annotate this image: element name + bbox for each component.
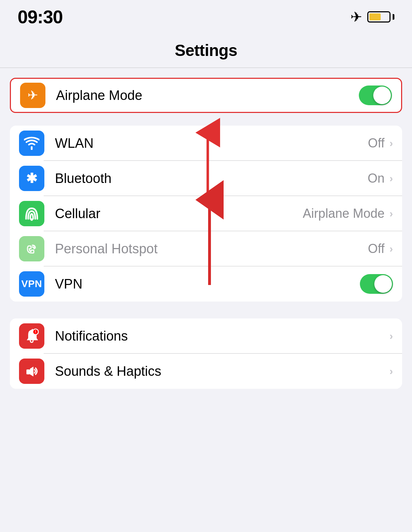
sounds-row[interactable]: Sounds & Haptics › — [10, 354, 402, 389]
wlan-row[interactable]: WLAN Off › — [10, 126, 402, 161]
airplane-mode-icon: ✈ — [350, 9, 362, 25]
cellular-chevron: › — [389, 208, 393, 220]
airplane-icon: ✈ — [27, 88, 38, 103]
notifications-icon: ! — [25, 328, 39, 344]
status-time: 09:30 — [18, 6, 63, 27]
wlan-icon-bg — [19, 131, 44, 156]
toggle-knob — [373, 87, 391, 104]
sounds-icon — [24, 364, 39, 379]
sounds-chevron: › — [389, 365, 393, 377]
vpn-icon-text: VPN — [21, 278, 42, 290]
svg-text:!: ! — [35, 330, 36, 334]
notifications-chevron: › — [389, 330, 393, 342]
hotspot-row[interactable]: Personal Hotspot Off › — [10, 231, 402, 266]
page-title: Settings — [175, 41, 237, 59]
wifi-icon — [24, 137, 39, 150]
bluetooth-value: On — [368, 171, 385, 186]
battery-fill — [369, 13, 381, 20]
vpn-label: VPN — [55, 277, 360, 292]
connectivity-settings-group: WLAN Off › ✱ Bluetooth On › Cellular Air… — [10, 126, 402, 302]
general-settings-group: ! Notifications › Sounds & Haptics › — [10, 318, 402, 389]
hotspot-label: Personal Hotspot — [55, 241, 368, 256]
vpn-toggle-knob — [374, 275, 392, 293]
svg-point-0 — [31, 218, 33, 221]
airplane-mode-toggle[interactable] — [359, 86, 392, 105]
cellular-row[interactable]: Cellular Airplane Mode › — [10, 196, 402, 231]
wlan-label: WLAN — [55, 136, 368, 151]
cellular-label: Cellular — [55, 206, 303, 221]
wlan-chevron: › — [389, 137, 393, 149]
bluetooth-label: Bluetooth — [55, 171, 368, 186]
airplane-mode-icon-bg: ✈ — [20, 83, 45, 108]
hotspot-icon-bg — [19, 236, 44, 261]
bluetooth-icon-bg: ✱ — [19, 166, 44, 191]
bluetooth-chevron: › — [389, 172, 393, 184]
cellular-icon — [24, 206, 39, 221]
vpn-row[interactable]: VPN VPN — [10, 266, 402, 302]
status-icons: ✈ — [350, 9, 394, 25]
notifications-label: Notifications — [55, 329, 389, 344]
airplane-mode-row[interactable]: ✈ Airplane Mode — [10, 78, 402, 113]
airplane-mode-label: Airplane Mode — [56, 88, 359, 103]
sounds-label: Sounds & Haptics — [55, 364, 389, 379]
sounds-icon-bg — [19, 359, 44, 384]
vpn-icon-bg: VPN — [19, 271, 44, 297]
notifications-row[interactable]: ! Notifications › — [10, 318, 402, 354]
battery-cap — [393, 14, 394, 20]
hotspot-value: Off — [368, 241, 385, 256]
bluetooth-icon: ✱ — [26, 171, 37, 186]
wlan-value: Off — [368, 136, 385, 151]
bluetooth-row[interactable]: ✱ Bluetooth On › — [10, 161, 402, 196]
battery-indicator — [367, 11, 394, 23]
vpn-toggle[interactable] — [360, 274, 393, 294]
svg-rect-5 — [26, 369, 30, 374]
notifications-icon-bg: ! — [19, 323, 44, 349]
status-bar: 09:30 ✈ — [0, 0, 412, 31]
cellular-icon-bg — [19, 201, 44, 226]
page-title-container: Settings — [0, 31, 412, 68]
hotspot-icon — [24, 241, 39, 256]
cellular-value: Airplane Mode — [303, 206, 385, 221]
hotspot-chevron: › — [389, 243, 393, 255]
battery-body — [367, 11, 391, 23]
